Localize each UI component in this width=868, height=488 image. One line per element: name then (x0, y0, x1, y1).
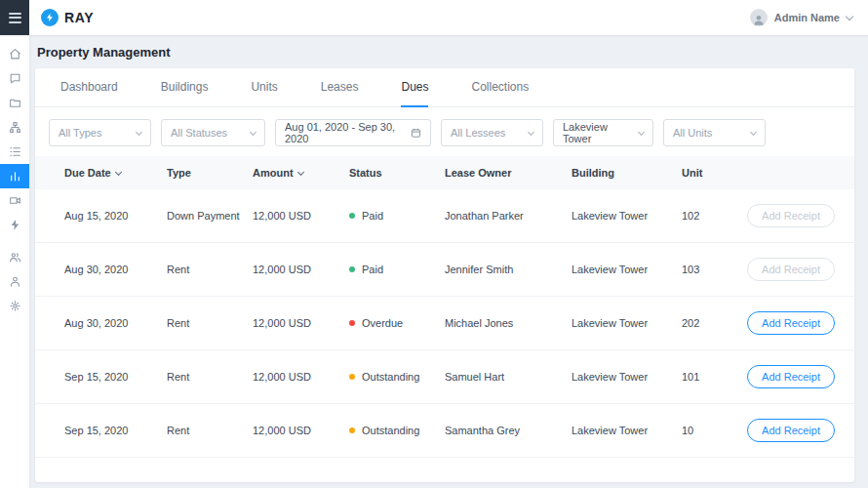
sidebar-nav (0, 35, 29, 488)
cell-building: Lakeview Tower (572, 371, 682, 383)
cell-due-date: Sep 15, 2020 (64, 371, 167, 383)
cell-due-date: Aug 15, 2020 (64, 210, 167, 222)
chevron-down-icon (528, 128, 534, 135)
cell-unit: 103 (682, 264, 747, 275)
column-unit: Unit (682, 167, 747, 179)
column-status: Status (349, 167, 445, 179)
cell-lease-owner: Jennifer Smith (445, 264, 572, 275)
sidebar-toggle[interactable] (0, 0, 29, 35)
user-menu[interactable]: Admin Name (750, 9, 868, 26)
chat-icon (9, 72, 21, 85)
add-receipt-button[interactable]: Add Receipt (747, 365, 835, 388)
column-amount[interactable]: Amount (253, 167, 349, 179)
status-filter-value: All Statuses (171, 127, 227, 139)
cell-building: Lakeview Tower (572, 317, 682, 329)
cell-amount: 12,000 USD (253, 425, 349, 436)
tab-dashboard[interactable]: Dashboard (60, 68, 118, 107)
table-row: Sep 15, 2020 Rent 12,000 USD Outstanding… (35, 350, 854, 404)
table-header: Due Date Type Amount Status Lease Owner … (35, 156, 854, 189)
cell-status: Outstanding (349, 371, 445, 383)
tab-units[interactable]: Units (251, 68, 277, 107)
cell-building: Lakeview Tower (572, 210, 682, 222)
cell-building: Lakeview Tower (572, 425, 682, 436)
cell-building: Lakeview Tower (572, 264, 682, 275)
top-bar: RAY Admin Name (0, 0, 868, 35)
tenants-icon (9, 121, 21, 134)
status-dot-icon (349, 213, 355, 219)
sidebar-item-tenants[interactable] (0, 115, 29, 140)
cell-amount: 12,000 USD (253, 264, 349, 275)
add-receipt-button: Add Receipt (747, 258, 835, 281)
brand-name: RAY (64, 10, 94, 25)
lessee-filter[interactable]: All Lessees (441, 119, 543, 146)
main-content: Property Management Dashboard Buildings … (29, 35, 868, 488)
filter-bar: All Types All Statuses Aug 01, 2020 - Se… (35, 107, 854, 156)
cell-type: Rent (167, 264, 253, 275)
cell-due-date: Aug 30, 2020 (64, 317, 167, 329)
add-receipt-button[interactable]: Add Receipt (747, 311, 835, 335)
type-filter-value: All Types (59, 127, 101, 139)
user-name: Admin Name (774, 12, 840, 23)
chevron-down-icon (846, 12, 853, 20)
cell-type: Rent (167, 425, 253, 436)
sidebar-item-utilities[interactable] (0, 213, 29, 237)
column-lease-owner: Lease Owner (445, 167, 572, 179)
tasks-icon (9, 145, 21, 158)
cell-type: Rent (167, 317, 253, 329)
cell-lease-owner: Jonathan Parker (445, 210, 572, 222)
cell-type: Down Payment (167, 210, 253, 222)
building-filter[interactable]: Lakeview Tower (553, 119, 653, 146)
status-dot-icon (349, 266, 355, 272)
status-filter[interactable]: All Statuses (161, 119, 265, 146)
table-row: Aug 15, 2020 Down Payment 12,000 USD Pai… (35, 189, 854, 243)
tab-dues[interactable]: Dues (401, 68, 428, 107)
sidebar-item-reports[interactable] (0, 164, 29, 188)
utilities-icon (9, 219, 21, 231)
cell-unit: 10 (682, 425, 747, 436)
brand-bolt-icon (41, 9, 59, 26)
tab-collections[interactable]: Collections (471, 68, 529, 107)
chevron-down-icon (750, 128, 757, 135)
sidebar-item-settings[interactable] (0, 294, 29, 318)
calendar-icon (411, 127, 421, 139)
menu-icon (9, 10, 21, 25)
sidebar-item-home[interactable] (0, 42, 29, 66)
avatar (750, 9, 768, 26)
home-icon (9, 48, 21, 61)
sidebar-item-documents[interactable] (0, 91, 29, 115)
cell-lease-owner: Samuel Hart (445, 371, 572, 383)
team-icon (9, 251, 21, 264)
sort-icon (115, 168, 122, 175)
column-type: Type (167, 167, 253, 179)
chevron-down-icon (250, 128, 256, 135)
add-receipt-button: Add Receipt (747, 204, 835, 227)
table-row: Sep 15, 2020 Rent 12,000 USD Outstanding… (35, 404, 854, 458)
chevron-down-icon (136, 128, 142, 135)
column-building: Building (572, 167, 682, 179)
cell-status: Paid (349, 264, 445, 275)
cell-unit: 101 (682, 371, 747, 383)
add-receipt-button[interactable]: Add Receipt (747, 419, 835, 442)
sidebar-item-surveillance[interactable] (0, 188, 29, 213)
column-due-date[interactable]: Due Date (64, 167, 167, 179)
building-filter-value: Lakeview Tower (563, 121, 631, 144)
cell-due-date: Sep 15, 2020 (64, 425, 167, 436)
table-row: Aug 30, 2020 Rent 12,000 USD Paid Jennif… (35, 243, 854, 297)
status-dot-icon (349, 427, 355, 433)
tab-buildings[interactable]: Buildings (161, 68, 209, 107)
cell-status: Outstanding (349, 425, 445, 436)
cell-status: Overdue (349, 317, 445, 329)
cell-due-date: Aug 30, 2020 (64, 264, 167, 275)
tab-leases[interactable]: Leases (321, 68, 359, 107)
sidebar-item-profile[interactable] (0, 269, 29, 294)
brand-logo[interactable]: RAY (41, 9, 94, 26)
date-range-picker[interactable]: Aug 01, 2020 - Sep 30, 2020 (275, 119, 431, 146)
sidebar-item-messages[interactable] (0, 66, 29, 91)
cell-unit: 102 (682, 210, 747, 222)
cell-type: Rent (167, 371, 253, 383)
unit-filter[interactable]: All Units (663, 119, 766, 146)
sidebar-item-team[interactable] (0, 245, 29, 269)
sidebar-item-tasks[interactable] (0, 140, 29, 164)
unit-filter-value: All Units (673, 127, 712, 139)
type-filter[interactable]: All Types (49, 119, 151, 146)
